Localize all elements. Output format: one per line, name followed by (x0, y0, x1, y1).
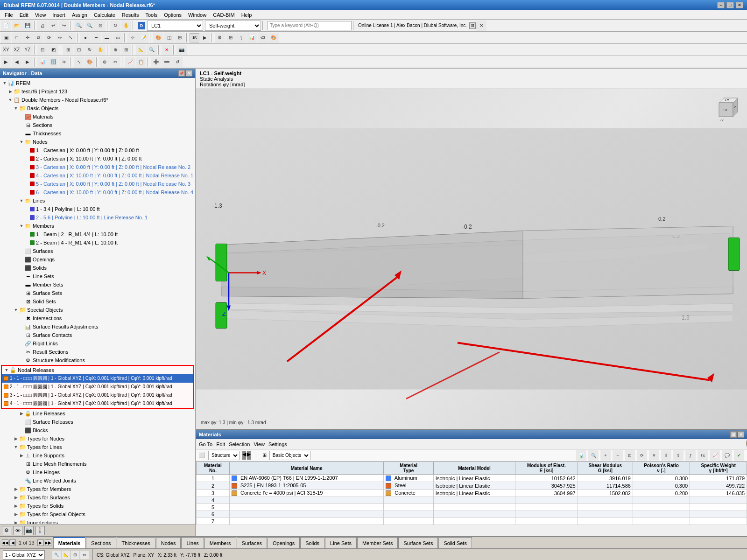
view-settings-btn[interactable]: ⚙ (215, 33, 225, 43)
mat-settings[interactable]: Settings (268, 441, 287, 447)
sb-btn2[interactable]: 📐 (62, 551, 70, 559)
tree-rigid-links[interactable]: 🔗 Rigid Links (0, 339, 195, 348)
tree-nodal-releases[interactable]: ▼ 🔓 Nodal Releases (2, 366, 193, 374)
tree-materials[interactable]: 🧱 Materials (0, 112, 195, 121)
nav-settings-btn[interactable]: ⚙ (2, 526, 11, 535)
tree-file[interactable]: ▼ 📋 Double Members - Nodal Release.rf6* (0, 96, 195, 104)
sb-btn1[interactable]: 🔧 (52, 551, 61, 559)
mat-tb-import[interactable]: ⇩ (661, 450, 671, 461)
mat-row-7[interactable]: 7 (197, 518, 747, 525)
tab-solid-sets[interactable]: Solid Sets (438, 537, 472, 548)
mat-tb-comment[interactable]: 💬 (722, 450, 732, 461)
tree-member-2[interactable]: 2 - Beam | 4 - R_M1 4/4 | L: 10.00 ft (0, 238, 195, 247)
tree-node-4[interactable]: 4 - Cartesian | X: 10.00 ft | Y: 0.00 ft… (0, 171, 195, 180)
menu-window[interactable]: Window (185, 12, 209, 18)
tree-thicknesses[interactable]: ▬ Thicknesses (0, 129, 195, 138)
restore-btn[interactable]: ⊡ (469, 22, 476, 29)
menu-results[interactable]: Results (119, 12, 142, 18)
pan-view-btn[interactable]: ✋ (95, 45, 106, 55)
mat-view[interactable]: View (254, 441, 265, 447)
tree-member-sets[interactable]: ▬ Member Sets (0, 280, 195, 289)
nodal-release-item-2[interactable]: 2 - 1 - □□□ 圓圓圓 | 1 - Global XYZ | CφX: … (2, 383, 193, 391)
mat-tb-formula[interactable]: ƒ (685, 450, 696, 461)
filter-results-btn[interactable]: ⊜ (99, 57, 110, 67)
tree-types-nodes[interactable]: ▶ 📁 Types for Nodes (0, 434, 195, 443)
tree-struct-mods[interactable]: ⚙ Structure Modifications (0, 356, 195, 364)
result-diagram-btn[interactable]: 📈 (125, 57, 135, 67)
tree-types-solids[interactable]: ▶ 📁 Types for Solids (0, 502, 195, 510)
tree-types-special[interactable]: ▶ 📁 Types for Special Objects (0, 510, 195, 518)
menu-cadbim[interactable]: CAD-BIM (210, 12, 237, 18)
show-loads-btn[interactable]: ⤵ (236, 33, 247, 43)
nav-eye-btn[interactable]: 👁 (13, 526, 22, 535)
menu-insert[interactable]: Insert (49, 12, 68, 18)
mat-selection[interactable]: Selection (229, 441, 250, 447)
axis-cube[interactable]: +Y +X Z -Y (710, 93, 742, 126)
tab-thicknesses[interactable]: Thicknesses (117, 537, 155, 548)
tab-solids[interactable]: Solids (300, 537, 324, 548)
measure-btn[interactable]: 📐 (136, 45, 146, 55)
remove-result-btn[interactable]: ➖ (162, 57, 172, 67)
tree-imperfections[interactable]: ▶ 📁 Imperfections (0, 518, 195, 524)
result-display-btn[interactable]: 📊 (37, 57, 48, 67)
mat-restore-btn[interactable]: ⊡ (730, 431, 737, 438)
tab-line-sets[interactable]: Line Sets (325, 537, 357, 548)
menu-file[interactable]: File (2, 12, 16, 18)
filter-prev-btn[interactable]: ◀ (242, 451, 246, 460)
tree-line-releases[interactable]: ▶ 🔓 Line Releases (0, 409, 195, 418)
tree-node-6[interactable]: 6 - Cartesian | X: 10.00 ft | Y: 0.00 ft… (0, 188, 195, 196)
show-values-btn[interactable]: 🔢 (48, 57, 58, 67)
tree-nodes[interactable]: ▼ 📁 Nodes (0, 138, 195, 146)
tab-member-sets[interactable]: Member Sets (357, 537, 398, 548)
grid-btn[interactable]: ⊞ (121, 45, 131, 55)
next-step-btn[interactable]: ▶ (22, 57, 33, 67)
tree-node-2[interactable]: 2 - Cartesian | X: 10.00 ft | Y: 0.00 ft… (0, 154, 195, 163)
prev-step-btn[interactable]: ◀ (12, 57, 22, 67)
tree-surface-contacts[interactable]: ⊡ Surface Contacts (0, 331, 195, 339)
color-scheme-btn[interactable]: 🎨 (268, 33, 279, 43)
rotate3d-btn[interactable]: ⟳ (44, 33, 54, 43)
menu-help[interactable]: Help (239, 12, 255, 18)
zoom-region-btn[interactable]: ⊞ (63, 45, 73, 55)
mat-tb-btn6[interactable]: ⟳ (637, 450, 647, 461)
scale-btn[interactable]: ⤡ (65, 33, 76, 43)
tree-special-objects[interactable]: ▼ 📁 Special Objects (0, 306, 195, 314)
wireframe-btn[interactable]: ⊞ (175, 33, 185, 43)
show-isolines-btn[interactable]: ≋ (59, 57, 69, 67)
deselect-btn[interactable]: □ (12, 33, 22, 43)
undo-button[interactable]: ↩ (48, 21, 58, 31)
mat-row-3[interactable]: 3 Concrete f'c = 4000 psi | ACI 318-19 C… (197, 490, 747, 497)
coord-system-select[interactable]: 1 - Global XYZ (3, 550, 45, 560)
rotate-view-btn[interactable]: ↻ (85, 45, 95, 55)
result-type-selector[interactable]: Self-weight (205, 21, 261, 31)
mat-row-1[interactable]: 1 EN AW-6060 (EP) T66 | EN 1999-1-1:2007… (197, 475, 747, 482)
select-all-btn[interactable]: ▣ (1, 33, 11, 43)
tree-surface-sets[interactable]: ⊞ Surface Sets (0, 289, 195, 297)
redo-button[interactable]: ↪ (59, 21, 69, 31)
xy-plane-btn[interactable]: XY (1, 45, 11, 55)
menu-calculate[interactable]: Calculate (91, 12, 118, 18)
tree-line-1[interactable]: 1 - 3,4 | Polyline | L: 10.00 ft (0, 205, 195, 213)
filter-structure-select[interactable]: Structure (208, 451, 240, 460)
tree-line-welded[interactable]: 🔩 Line Welded Joints (0, 476, 195, 485)
insert-node-btn[interactable]: ● (80, 33, 91, 43)
tree-lines[interactable]: ▼ 📁 Lines (0, 196, 195, 205)
reset-results-btn[interactable]: ↺ (172, 57, 183, 67)
delete-btn[interactable]: ✕ (162, 45, 172, 55)
nav-close-button[interactable]: ✕ (186, 70, 192, 77)
mat-tb-export[interactable]: ⇧ (673, 450, 684, 461)
isometric-btn[interactable]: ⊡ (37, 45, 48, 55)
mat-row-5[interactable]: 5 (197, 504, 747, 511)
menu-tools[interactable]: Tools (142, 12, 160, 18)
tree-project[interactable]: ▶ 📁 test.rf6 | Project 123 (0, 87, 195, 96)
mat-tb-btn7[interactable]: ✕ (649, 450, 659, 461)
add-result-btn[interactable]: ➕ (151, 57, 161, 67)
save-button[interactable]: 💾 (22, 21, 33, 31)
mat-row-6[interactable]: 6 (197, 511, 747, 518)
tree-basic-objects[interactable]: ▼ 📁 Basic Objects (0, 104, 195, 112)
filter-basic-objects-select[interactable]: Basic Objects (269, 451, 310, 460)
nodal-release-item-3[interactable]: 3 - 1 - □□□ 圓圓圓 | 1 - Global XYZ | CφX: … (2, 391, 193, 399)
nav-camera-btn[interactable]: 📷 (24, 526, 34, 535)
tab-nodes[interactable]: Nodes (156, 537, 181, 548)
tree-blocks[interactable]: ⬛ Blocks (0, 426, 195, 434)
